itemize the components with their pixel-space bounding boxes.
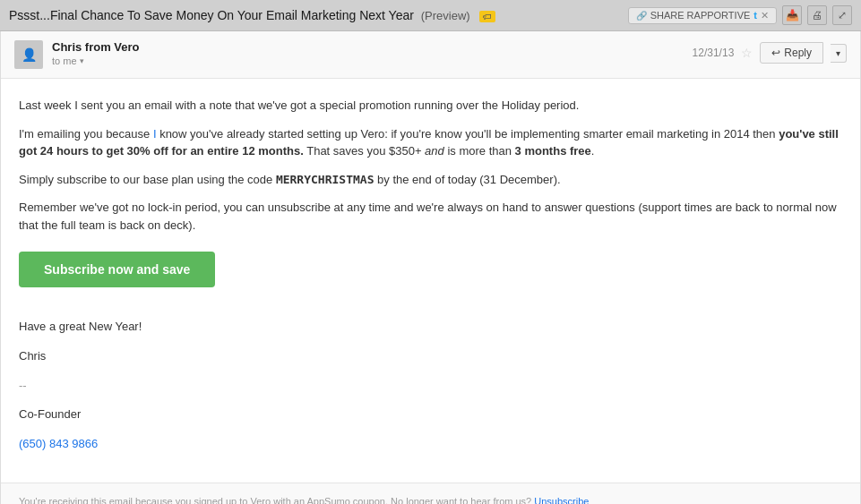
to-me-dropdown[interactable]: ▾ (80, 56, 84, 65)
sender-info: 👤 Chris from Vero to me ▾ (14, 40, 140, 69)
top-bar: Pssst...Final Chance To Save Money On Yo… (0, 0, 861, 31)
p2-link[interactable]: I (153, 127, 157, 141)
to-me: to me ▾ (52, 56, 140, 66)
subject-area: Pssst...Final Chance To Save Money On Yo… (9, 8, 628, 22)
avatar: 👤 (14, 40, 43, 69)
reply-button[interactable]: ↩ Reply (760, 42, 823, 64)
sender-details: Chris from Vero to me ▾ (52, 40, 140, 66)
sig-title: Co-Founder (19, 406, 842, 424)
email-body: Last week I sent you an email with a not… (1, 79, 860, 483)
p3-pre: Simply subscribe to our base plan using … (19, 173, 276, 186)
sig-phone-link[interactable]: (650) 843 9866 (19, 437, 98, 450)
p3-post: by the end of today (31 December). (374, 173, 560, 186)
paragraph-2: I'm emailing you because I know you've a… (19, 125, 842, 160)
reply-arrow-icon: ↩ (771, 47, 780, 59)
twitter-icon: t (753, 10, 757, 21)
email-container: 👤 Chris from Vero to me ▾ 12/31/13 ☆ ↩ R… (0, 31, 861, 504)
preview-badge: 🏷 (479, 11, 495, 22)
expand-button[interactable]: ⤢ (832, 5, 852, 25)
top-bar-actions: 🔗 SHARE RAPPORTIVE t ✕ 📥 🖨 ⤢ (628, 5, 852, 25)
close-rapportive-icon[interactable]: ✕ (761, 10, 769, 21)
sign-off: Have a great New Year! (19, 318, 842, 337)
rapportive-button[interactable]: 🔗 SHARE RAPPORTIVE t ✕ (628, 7, 777, 24)
paragraph-4: Remember we've got no lock-in period, yo… (19, 199, 842, 234)
sig-separator: -- (19, 377, 842, 396)
rapportive-label: SHARE RAPPORTIVE (650, 10, 751, 21)
subscribe-button[interactable]: Subscribe now and save (19, 252, 215, 287)
p3-code: MERRYCHRISTMAS (276, 173, 375, 186)
reply-dropdown-button[interactable]: ▾ (831, 44, 847, 63)
sig-name: Chris (19, 347, 842, 366)
footer-text: You're receiving this email because you … (19, 496, 531, 504)
email-date: 12/31/13 (693, 47, 735, 59)
unsubscribe-link[interactable]: Unsubscribe (534, 496, 589, 504)
email-header: 👤 Chris from Vero to me ▾ 12/31/13 ☆ ↩ R… (1, 31, 860, 79)
reply-label: Reply (784, 47, 812, 59)
paragraph-1: Last week I sent you an email with a not… (19, 97, 842, 115)
star-icon[interactable]: ☆ (741, 46, 753, 60)
p2-bold2: 3 months free (515, 144, 591, 158)
email-footer: You're receiving this email because you … (1, 483, 860, 504)
paragraph-3: Simply subscribe to our base plan using … (19, 171, 842, 189)
archive-button[interactable]: 📥 (782, 5, 802, 25)
p2-post: That saves you $350+ and is more than 3 … (304, 144, 595, 158)
print-button[interactable]: 🖨 (807, 5, 827, 25)
rapportive-icon: 🔗 (636, 11, 647, 21)
header-right: 12/31/13 ☆ ↩ Reply ▾ (693, 42, 847, 64)
signature: Have a great New Year! Chris -- Co-Found… (19, 318, 842, 454)
p2-pre: I'm emailing you because I know you've a… (19, 127, 779, 141)
sender-name: Chris from Vero (52, 40, 140, 54)
to-me-label: to me (52, 56, 77, 66)
subscribe-btn-container: Subscribe now and save (19, 244, 842, 303)
p1-text: Last week I sent you an email with a not… (19, 98, 579, 112)
subject-title: Pssst...Final Chance To Save Money On Yo… (9, 8, 414, 22)
p2-and: and (425, 144, 444, 158)
sig-phone-container: (650) 843 9866 (19, 435, 842, 454)
preview-label: (Preview) (421, 9, 470, 22)
